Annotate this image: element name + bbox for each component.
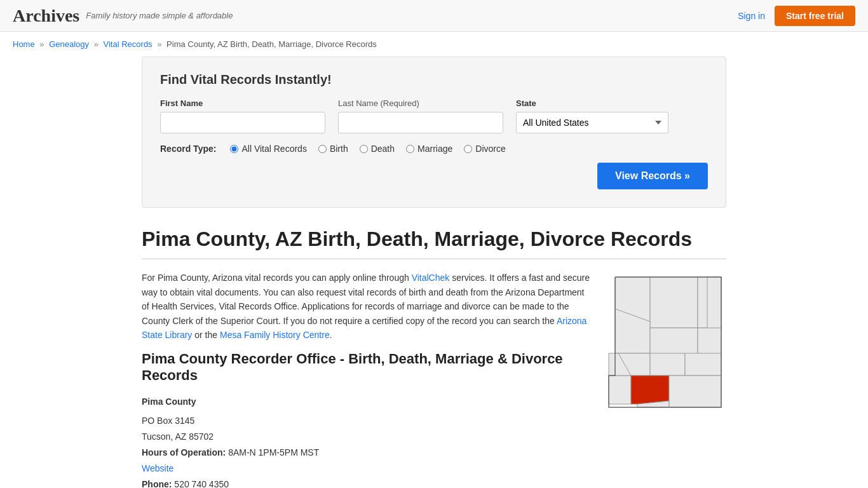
svg-marker-4 — [707, 277, 721, 331]
state-label: State — [516, 98, 668, 108]
search-box: Find Vital Records Instantly! First Name… — [142, 57, 726, 208]
arizona-map — [606, 271, 726, 410]
breadcrumb: Home » Genealogy » Vital Records » Pima … — [0, 32, 868, 57]
content-with-map: For Pima County, Arizona vital records y… — [142, 271, 726, 488]
office-address1: PO Box 3145 — [142, 413, 593, 429]
header-left: Archives Family history made simple & af… — [13, 6, 233, 26]
office-hours: Hours of Operation: 8AM-N 1PM-5PM MST — [142, 445, 593, 461]
breadcrumb-genealogy[interactable]: Genealogy — [49, 39, 89, 49]
map-container — [606, 271, 726, 488]
state-group: State All United States Arizona Californ… — [516, 98, 668, 133]
radio-divorce[interactable]: Divorce — [464, 144, 505, 154]
record-type-label: Record Type: — [160, 144, 216, 154]
search-title: Find Vital Records Instantly! — [160, 72, 708, 87]
svg-marker-15 — [669, 376, 721, 407]
hours-value: 8AM-N 1PM-5PM MST — [228, 447, 319, 458]
svg-marker-2 — [650, 277, 698, 328]
office-website: Website — [142, 461, 593, 477]
last-name-input[interactable] — [338, 112, 503, 133]
office-address2: Tucson, AZ 85702 — [142, 429, 593, 445]
radio-marriage-label: Marriage — [417, 144, 452, 154]
svg-marker-13 — [631, 376, 669, 404]
start-trial-button[interactable]: Start free trial — [775, 6, 855, 26]
view-records-wrapper: View Records » — [160, 154, 708, 189]
first-name-group: First Name — [160, 98, 325, 133]
office-name: Pima County — [142, 394, 593, 410]
az-state-library-link[interactable]: Arizona State Library — [142, 316, 587, 340]
radio-marriage[interactable]: Marriage — [406, 144, 452, 154]
state-select[interactable]: All United States Arizona California Tex… — [516, 112, 668, 133]
website-link[interactable]: Website — [142, 463, 173, 473]
last-name-group: Last Name (Required) — [338, 98, 503, 133]
radio-all-vital-label: All Vital Records — [241, 144, 306, 154]
form-row: First Name Last Name (Required) State Al… — [160, 98, 708, 133]
phone-value: 520 740 4350 — [174, 479, 229, 488]
radio-birth-label: Birth — [330, 144, 348, 154]
sign-in-link[interactable]: Sign in — [738, 11, 765, 21]
hours-label: Hours of Operation: — [142, 447, 226, 458]
main-content: Find Vital Records Instantly! First Name… — [129, 57, 739, 488]
radio-death-input[interactable] — [360, 145, 368, 153]
first-name-label: First Name — [160, 98, 325, 108]
recorder-title: Pima County Recorder Office - Birth, Dea… — [142, 351, 593, 384]
radio-marriage-input[interactable] — [406, 145, 414, 153]
logo: Archives — [13, 6, 79, 26]
radio-birth-input[interactable] — [318, 145, 327, 153]
first-name-input[interactable] — [160, 112, 325, 133]
svg-marker-11 — [609, 376, 631, 404]
radio-birth[interactable]: Birth — [318, 144, 348, 154]
phone-label: Phone: — [142, 479, 172, 488]
description-text: For Pima County, Arizona vital records y… — [142, 271, 593, 342]
page-title: Pima County, AZ Birth, Death, Marriage, … — [142, 227, 726, 251]
header-right: Sign in Start free trial — [738, 6, 855, 26]
radio-death-label: Death — [371, 144, 395, 154]
breadcrumb-vital-records[interactable]: Vital Records — [104, 39, 153, 49]
vitalchek-link[interactable]: VitalChek — [412, 273, 450, 283]
radio-death[interactable]: Death — [360, 144, 395, 154]
header: Archives Family history made simple & af… — [0, 0, 868, 32]
content-text: For Pima County, Arizona vital records y… — [142, 271, 593, 488]
breadcrumb-current: Pima County, AZ Birth, Death, Marriage, … — [166, 39, 377, 49]
radio-divorce-label: Divorce — [475, 144, 505, 154]
mesa-family-link[interactable]: Mesa Family History Centre — [220, 330, 330, 340]
office-phone: Phone: 520 740 4350 — [142, 477, 593, 488]
sep2: » — [94, 39, 98, 49]
tagline: Family history made simple & affordable — [86, 11, 233, 20]
office-details: Pima County PO Box 3145 Tucson, AZ 85702… — [142, 394, 593, 488]
view-records-button[interactable]: View Records » — [597, 163, 708, 189]
svg-marker-6 — [650, 328, 698, 356]
svg-marker-10 — [685, 353, 721, 376]
radio-divorce-input[interactable] — [464, 145, 472, 153]
record-type-row: Record Type: All Vital Records Birth Dea… — [160, 144, 708, 154]
last-name-label: Last Name (Required) — [338, 98, 503, 108]
svg-marker-9 — [650, 353, 685, 376]
sep3: » — [157, 39, 161, 49]
sep1: » — [39, 39, 44, 49]
divider — [142, 259, 726, 259]
radio-all-vital-input[interactable] — [230, 145, 238, 153]
radio-all-vital[interactable]: All Vital Records — [230, 144, 306, 154]
breadcrumb-home[interactable]: Home — [13, 39, 35, 49]
